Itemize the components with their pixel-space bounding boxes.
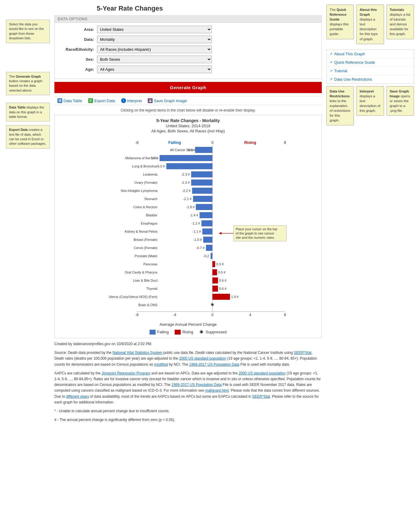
svg-text:8: 8 <box>284 140 286 145</box>
nvss-link[interactable]: National Vital Statistics System <box>112 351 162 355</box>
bar-colon[interactable] <box>196 204 212 210</box>
race-select[interactable]: All Races (includes Hispanic) <box>97 46 212 53</box>
svg-text:Breast (Female): Breast (Female) <box>134 238 157 241</box>
bar-kidney[interactable] <box>202 228 212 235</box>
bar-liver[interactable] <box>212 277 218 283</box>
bar-esophagus[interactable] <box>201 220 212 226</box>
svg-text:-1.4 #: -1.4 # <box>189 213 198 217</box>
bar-lung[interactable] <box>166 163 212 169</box>
pop-data-link2[interactable]: 1969-2017 US Population Data <box>171 383 221 387</box>
legend-note: Clicking on the legend items in the char… <box>54 107 322 115</box>
data-row: Data: Mortality <box>61 36 315 43</box>
bottom-callouts: Data Use Restrictions links to the expla… <box>326 86 414 129</box>
modified-link[interactable]: modified <box>154 362 168 367</box>
svg-text:Oral Cavity & Pharynx: Oral Cavity & Pharynx <box>124 270 157 274</box>
save-icon: 💾 <box>148 98 153 103</box>
bar-leukemia[interactable] <box>191 171 212 177</box>
diff-years-link[interactable]: different years <box>66 394 89 399</box>
svg-text:Pancreas: Pancreas <box>143 262 157 266</box>
svg-text:Stomach: Stomach <box>144 197 157 201</box>
note-2: # - The annual percent change is signifi… <box>54 417 322 423</box>
qrg-callout: The Quick Reference Guide displays this … <box>326 5 354 47</box>
bar-oral[interactable] <box>212 269 217 275</box>
svg-text:Ovary (Female): Ovary (Female) <box>134 181 157 184</box>
svg-text:Lung & Bronchus: Lung & Bronchus <box>132 164 157 168</box>
bar-thyroid[interactable] <box>212 286 218 292</box>
pop-data-link[interactable]: 1969-2017 US Population Data <box>189 362 239 367</box>
bar-cervix[interactable] <box>206 245 212 251</box>
bar-breast[interactable] <box>203 237 212 243</box>
svg-text:-0.7 #: -0.7 # <box>196 246 205 250</box>
falling-color <box>150 330 156 335</box>
tutorial-icon: ↗ <box>330 69 332 73</box>
center-content: 5-Year Rate Changes Data Options Area: U… <box>54 5 322 426</box>
svg-text:✱: ✱ <box>211 302 214 307</box>
svg-text:-5.7 #: -5.7 # <box>150 156 158 160</box>
save-graph-link[interactable]: 💾 Save Graph Image <box>148 98 187 103</box>
bar-chart: -8 Falling 0 Rising 8 All Cancer Sites -… <box>58 138 318 335</box>
created-by: Created by statecancerprofiles.gov on 10… <box>54 341 322 347</box>
seer-stat-link[interactable]: SEER*Stat <box>252 394 270 399</box>
interpret-callout: Interpret displays a text description of… <box>356 86 384 129</box>
svg-text:Falling: Falling <box>168 140 181 145</box>
area-select[interactable]: United States <box>97 26 212 33</box>
svg-text:-8: -8 <box>135 313 138 317</box>
right-sidebar: The Quick Reference Guide displays this … <box>326 5 414 426</box>
svg-text:Rising: Rising <box>244 140 256 145</box>
svg-text:1.9 #: 1.9 # <box>231 295 239 299</box>
svg-text:Non-Hodgkin Lymphoma: Non-Hodgkin Lymphoma <box>121 189 157 193</box>
malignant-link[interactable]: malignant.html <box>205 388 229 393</box>
left-sidebar: Select the data you would like to see on… <box>6 5 50 426</box>
about-callout: About this Graph displays a text descrip… <box>356 5 384 47</box>
tutorial-link[interactable]: ↗ Tutorial <box>327 67 414 75</box>
svg-text:-5.0 #: -5.0 # <box>156 164 165 168</box>
area-label: Area: <box>61 27 94 32</box>
legend-falling[interactable]: Falling <box>150 330 169 335</box>
bar-nhl[interactable] <box>192 188 212 194</box>
interpret-link[interactable]: i Interpret <box>121 98 142 103</box>
legend-suppressed[interactable]: ✱ Suppressed <box>199 329 227 335</box>
age-row: Age: All Ages <box>61 66 315 73</box>
bar-pancreas[interactable] <box>212 261 215 267</box>
svg-text:-1.1 #: -1.1 # <box>192 230 201 233</box>
bar-prostate[interactable] <box>210 253 212 259</box>
joinpoint-link[interactable]: Joinpoint Regression Program <box>102 371 150 375</box>
bar-stomach[interactable] <box>193 196 212 202</box>
svg-text:0: 0 <box>211 140 213 145</box>
export-data-link[interactable]: E Export Data <box>88 98 115 103</box>
us-std-pop-link[interactable]: 2000 US standard population <box>239 371 286 375</box>
data-label: Data: <box>61 37 94 42</box>
svg-text:Thyroid: Thyroid <box>146 287 157 290</box>
us-pop-link[interactable]: 2000 US standard population <box>179 356 226 361</box>
generate-graph-button[interactable]: Generate Graph <box>54 82 322 93</box>
svg-text:4: 4 <box>249 313 251 317</box>
bar-melanoma[interactable] <box>160 155 212 161</box>
data-select[interactable]: Mortality <box>97 36 212 43</box>
svg-text:0: 0 <box>211 313 213 317</box>
svg-text:Prostate (Male): Prostate (Male) <box>134 254 157 258</box>
export-icon: E <box>88 98 93 103</box>
svg-text:Leukemia: Leukemia <box>143 173 158 176</box>
bar-all-cancer[interactable] <box>195 147 212 153</box>
svg-text:Place your cursor on the bar: Place your cursor on the bar <box>236 227 278 231</box>
chart-legend: Falling Rising ✱ Suppressed <box>58 329 318 335</box>
svg-text:-2.1 #: -2.1 # <box>183 197 192 201</box>
about-icon: ↗ <box>330 52 332 56</box>
about-graph-link[interactable]: ↗ About This Graph <box>327 50 414 58</box>
bar-ovary[interactable] <box>191 180 212 186</box>
data-table-link[interactable]: ⊞ Data Table <box>57 98 82 103</box>
svg-text:Uterus (Corp/Uterus NOS) (Fem): Uterus (Corp/Uterus NOS) (Fem) <box>108 295 157 299</box>
qrg-link[interactable]: ↗ Quick Reference Guide <box>327 58 414 67</box>
data-use-restrictions-link[interactable]: ↗ Data Use Restrictions <box>327 75 414 83</box>
seer-link[interactable]: SEER*Stat <box>294 351 312 355</box>
bar-bladder[interactable] <box>199 212 212 218</box>
legend-rising[interactable]: Rising <box>175 330 193 335</box>
sex-select[interactable]: Both Sexes <box>97 56 212 63</box>
dur-icon: ↗ <box>330 77 332 81</box>
chart-container: 5-Year Rate Changes - Mortality United S… <box>54 115 322 338</box>
svg-text:Bladder: Bladder <box>146 213 157 217</box>
bar-uterus[interactable] <box>212 294 230 300</box>
exportdata-tip: Export Data creates a text file of data,… <box>6 125 50 149</box>
dur-callout: Data Use Restrictions links to the expla… <box>326 86 354 129</box>
age-select[interactable]: All Ages <box>97 66 212 73</box>
